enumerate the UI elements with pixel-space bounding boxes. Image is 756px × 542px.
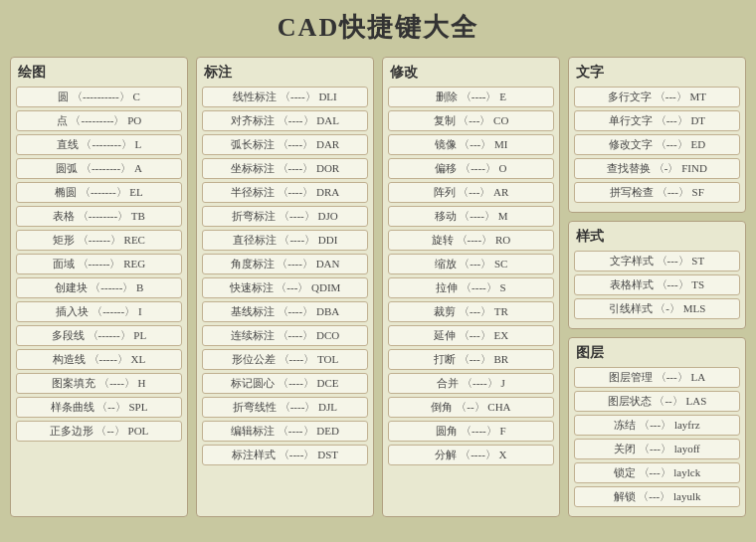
text-title: 文字 <box>574 64 740 82</box>
cmd-item: 圆角 〈----〉 F <box>388 421 554 442</box>
cmd-item: 拉伸 〈----〉 S <box>388 277 554 298</box>
cmd-item: 连续标注 〈----〉 DCO <box>202 325 368 346</box>
cmd-item: 文字样式 〈---〉 ST <box>574 251 740 271</box>
cmd-item: 快速标注 〈---〉 QDIM <box>202 277 368 298</box>
cmd-item: 延伸 〈---〉 EX <box>388 325 554 346</box>
cmd-item: 插入块 〈------〉 I <box>16 301 182 322</box>
cmd-item: 镜像 〈---〉 MI <box>388 134 554 155</box>
modify-title: 修改 <box>388 64 554 82</box>
cmd-item: 点 〈---------〉 PO <box>16 110 182 131</box>
text-section: 文字 多行文字 〈---〉 MT单行文字 〈---〉 DT修改文字 〈---〉 … <box>568 57 746 213</box>
cmd-item: 分解 〈----〉 X <box>388 445 554 465</box>
cmd-item: 锁定 〈---〉 laylck <box>574 462 740 483</box>
cmd-item: 椭圆 〈-------〉 EL <box>16 182 182 203</box>
cmd-item: 裁剪 〈---〉 TR <box>388 301 554 322</box>
cmd-item: 半径标注 〈----〉 DRA <box>202 182 368 203</box>
cmd-item: 坐标标注 〈----〉 DOR <box>202 158 368 179</box>
cmd-item: 折弯线性 〈----〉 DJL <box>202 397 368 418</box>
cmd-item: 引线样式 〈-〉 MLS <box>574 298 740 319</box>
cmd-item: 正多边形 〈--〉 POL <box>16 421 182 442</box>
annotate-title: 标注 <box>202 64 368 82</box>
cmd-item: 线性标注 〈----〉 DLI <box>202 87 368 107</box>
cmd-item: 解锁 〈---〉 layulk <box>574 486 740 507</box>
cmd-item: 圆弧 〈--------〉 A <box>16 158 182 179</box>
cmd-item: 缩放 〈---〉 SC <box>388 254 554 274</box>
cmd-item: 查找替换 〈-〉 FIND <box>574 158 740 179</box>
cmd-item: 标注样式 〈----〉 DST <box>202 445 368 465</box>
cmd-item: 旋转 〈----〉 RO <box>388 230 554 251</box>
cmd-item: 形位公差 〈----〉 TOL <box>202 349 368 370</box>
cmd-item: 偏移 〈----〉 O <box>388 158 554 179</box>
cmd-item: 编辑标注 〈----〉 DED <box>202 421 368 442</box>
cmd-item: 倒角 〈--〉 CHA <box>388 397 554 418</box>
drawing-section: 绘图 圆 〈----------〉 C点 〈---------〉 PO直线 〈-… <box>10 57 188 517</box>
cmd-item: 单行文字 〈---〉 DT <box>574 110 740 131</box>
cmd-item: 角度标注 〈----〉 DAN <box>202 254 368 274</box>
cmd-item: 表格样式 〈---〉 TS <box>574 274 740 295</box>
cmd-item: 面域 〈------〉 REG <box>16 254 182 274</box>
cmd-item: 弧长标注 〈----〉 DAR <box>202 134 368 155</box>
cmd-item: 样条曲线 〈--〉 SPL <box>16 397 182 418</box>
cmd-item: 打断 〈---〉 BR <box>388 349 554 370</box>
cmd-item: 折弯标注 〈----〉 DJO <box>202 206 368 227</box>
cmd-item: 矩形 〈------〉 REC <box>16 230 182 251</box>
cmd-item: 圆 〈----------〉 C <box>16 87 182 107</box>
page-title: CAD快捷键大全 <box>10 10 746 45</box>
cmd-item: 移动 〈----〉 M <box>388 206 554 227</box>
cmd-item: 多段线 〈------〉 PL <box>16 325 182 346</box>
annotate-section: 标注 线性标注 〈----〉 DLI对齐标注 〈----〉 DAL弧长标注 〈-… <box>196 57 374 517</box>
drawing-title: 绘图 <box>16 64 182 82</box>
cmd-item: 创建块 〈------〉 B <box>16 277 182 298</box>
cmd-item: 冻结 〈---〉 layfrz <box>574 415 740 436</box>
cmd-item: 图层管理 〈---〉 LA <box>574 367 740 388</box>
cmd-item: 表格 〈--------〉 TB <box>16 206 182 227</box>
cmd-item: 图层状态 〈--〉 LAS <box>574 391 740 412</box>
cmd-item: 阵列 〈---〉 AR <box>388 182 554 203</box>
cmd-item: 直径标注 〈----〉 DDI <box>202 230 368 251</box>
cmd-item: 图案填充 〈----〉 H <box>16 373 182 394</box>
layer-title: 图层 <box>574 344 740 362</box>
cmd-item: 修改文字 〈---〉 ED <box>574 134 740 155</box>
style-section: 样式 文字样式 〈---〉 ST表格样式 〈---〉 TS引线样式 〈-〉 ML… <box>568 221 746 329</box>
modify-section: 修改 删除 〈----〉 E复制 〈---〉 CO镜像 〈---〉 MI偏移 〈… <box>382 57 560 517</box>
style-title: 样式 <box>574 228 740 246</box>
cmd-item: 合并 〈----〉 J <box>388 373 554 394</box>
cmd-item: 构造线 〈-----〉 XL <box>16 349 182 370</box>
cmd-item: 复制 〈---〉 CO <box>388 110 554 131</box>
cmd-item: 删除 〈----〉 E <box>388 87 554 107</box>
cmd-item: 基线标注 〈----〉 DBA <box>202 301 368 322</box>
cmd-item: 多行文字 〈---〉 MT <box>574 87 740 107</box>
layer-section: 图层 图层管理 〈---〉 LA图层状态 〈--〉 LAS冻结 〈---〉 la… <box>568 337 746 517</box>
cmd-item: 关闭 〈---〉 layoff <box>574 439 740 459</box>
cmd-item: 拼写检查 〈---〉 SF <box>574 182 740 203</box>
cmd-item: 对齐标注 〈----〉 DAL <box>202 110 368 131</box>
cmd-item: 标记圆心 〈----〉 DCE <box>202 373 368 394</box>
cmd-item: 直线 〈--------〉 L <box>16 134 182 155</box>
